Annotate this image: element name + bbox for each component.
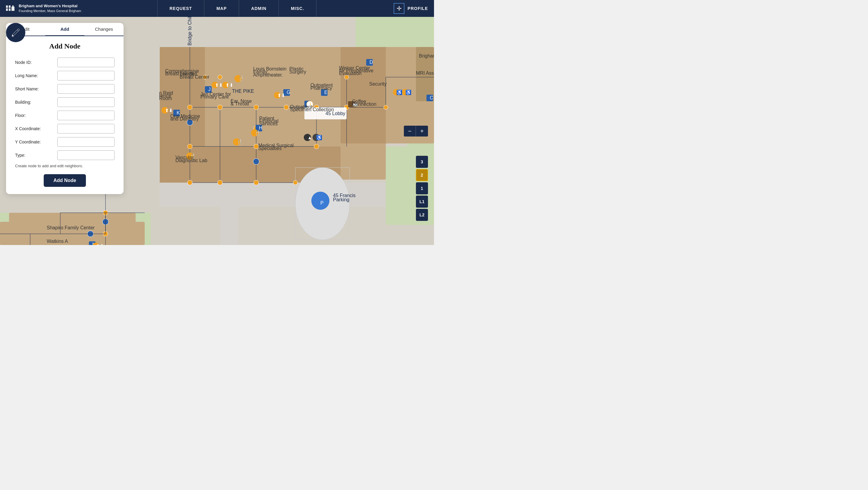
- floor-2-button[interactable]: 2: [416, 169, 428, 181]
- x-coord-input[interactable]: [57, 124, 115, 133]
- long-name-input[interactable]: [57, 71, 115, 81]
- svg-point-33: [187, 180, 192, 185]
- svg-text:Room: Room: [159, 96, 172, 101]
- svg-text:P: P: [320, 201, 324, 206]
- nav-request[interactable]: REQUEST: [157, 0, 205, 17]
- type-input[interactable]: [57, 150, 115, 160]
- floor-l2-button[interactable]: L2: [416, 209, 428, 221]
- floor-controls: 3 2 1 L1 L2: [416, 156, 428, 221]
- tab-add[interactable]: Add: [45, 23, 84, 36]
- short-name-row: Short Name:: [15, 84, 115, 94]
- svg-text:Security: Security: [369, 81, 387, 87]
- svg-text:Services: Services: [259, 121, 278, 126]
- svg-rect-3: [6, 8, 8, 11]
- building-label: Building:: [15, 100, 57, 104]
- svg-text:⬆⬇: ⬆⬇: [225, 83, 233, 88]
- svg-text:THE PIKE: THE PIKE: [232, 89, 254, 94]
- nav-misc[interactable]: MISC.: [279, 0, 316, 17]
- floor-3-button[interactable]: 3: [416, 156, 428, 168]
- svg-point-34: [218, 180, 222, 185]
- svg-text:⬆⬇: ⬆⬇: [215, 83, 223, 88]
- compass-icon: ✛: [394, 3, 404, 14]
- svg-text:G: G: [287, 90, 290, 95]
- svg-text:J: J: [208, 87, 211, 92]
- hospital-name: Brigham and Women's Hospital: [19, 4, 81, 9]
- svg-point-35: [254, 180, 258, 185]
- zoom-out-button[interactable]: −: [404, 126, 416, 136]
- floor-row: Floor:: [15, 111, 115, 120]
- svg-text:& Throat: & Throat: [230, 101, 249, 106]
- short-name-input[interactable]: [57, 84, 115, 94]
- svg-text:Shapiro Family Center: Shapiro Family Center: [47, 225, 95, 230]
- pencil-icon: [11, 28, 20, 37]
- short-name-label: Short Name:: [15, 87, 57, 91]
- panel-body: Add Node Node ID: Long Name: Short Name:…: [6, 42, 124, 194]
- node-id-label: Node ID:: [15, 60, 57, 65]
- svg-text:⬆⬇: ⬆⬇: [277, 93, 285, 98]
- x-coord-row: X Coordinate:: [15, 124, 115, 133]
- panel-title: Add Node: [15, 42, 115, 50]
- svg-text:Bridge to Children's: Bridge to Children's: [187, 17, 192, 45]
- svg-point-40: [218, 75, 222, 79]
- svg-point-45: [253, 158, 259, 164]
- svg-text:Specialties: Specialties: [258, 146, 281, 151]
- svg-text:Evaluation: Evaluation: [339, 71, 362, 76]
- svg-point-26: [254, 105, 258, 110]
- nav-map[interactable]: MAP: [204, 0, 239, 17]
- building-row: Building:: [15, 97, 115, 107]
- add-node-panel: Edit Add Changes Add Node Node ID: Long …: [6, 23, 124, 194]
- node-id-input[interactable]: [57, 58, 115, 67]
- svg-rect-4: [9, 8, 10, 11]
- svg-text:⬆⬇: ⬆⬇: [96, 244, 104, 245]
- svg-text:and Dentistry: and Dentistry: [170, 116, 198, 121]
- svg-point-30: [187, 144, 192, 149]
- svg-text:BrighamHealth: BrighamHealth: [419, 53, 434, 58]
- svg-text:Connection: Connection: [352, 101, 376, 107]
- svg-text:D: D: [370, 60, 373, 65]
- type-label: Type:: [15, 153, 57, 158]
- svg-point-24: [187, 105, 192, 110]
- zoom-in-button[interactable]: +: [416, 126, 428, 136]
- type-row: Type:: [15, 150, 115, 160]
- long-name-row: Long Name:: [15, 71, 115, 81]
- svg-text:Pharmacy: Pharmacy: [310, 86, 332, 91]
- svg-text:⬆⬇: ⬆⬇: [165, 108, 173, 113]
- svg-text:Parking: Parking: [333, 197, 349, 202]
- y-coord-input[interactable]: [57, 137, 115, 147]
- add-node-button[interactable]: Add Node: [44, 174, 86, 187]
- zoom-controls: − +: [404, 126, 428, 136]
- main-nav: REQUEST MAP ADMIN MISC.: [86, 0, 388, 17]
- node-id-row: Node ID:: [15, 58, 115, 67]
- hospital-logo: Brigham and Women's Hospital Founding Me…: [0, 3, 86, 14]
- floor-label: Floor:: [15, 113, 57, 118]
- svg-text:▲: ▲: [307, 135, 312, 140]
- floor-input[interactable]: [57, 111, 115, 120]
- svg-text:🍴: 🍴: [238, 75, 244, 81]
- svg-text:Diagnostic Lab: Diagnostic Lab: [176, 158, 207, 163]
- svg-text:🍴: 🍴: [255, 130, 261, 135]
- svg-rect-21: [220, 204, 238, 245]
- svg-text:Surgery: Surgery: [289, 69, 306, 74]
- svg-point-42: [384, 105, 388, 110]
- floor-1-button[interactable]: 1: [416, 182, 428, 194]
- building-input[interactable]: [57, 97, 115, 107]
- svg-rect-5: [11, 7, 14, 11]
- y-coord-label: Y Coordinate:: [15, 140, 57, 144]
- profile-section[interactable]: ✛ PROFILE: [388, 3, 434, 14]
- svg-rect-2: [9, 5, 10, 8]
- nav-admin[interactable]: ADMIN: [239, 0, 279, 17]
- svg-text:♿: ♿: [316, 135, 322, 141]
- tab-changes[interactable]: Changes: [84, 23, 124, 36]
- svg-text:♿: ♿: [396, 90, 402, 95]
- edit-pencil-button[interactable]: [6, 23, 25, 42]
- svg-point-31: [254, 144, 258, 149]
- long-name-label: Long Name:: [15, 73, 57, 78]
- svg-point-32: [314, 144, 319, 149]
- y-coord-row: Y Coordinate:: [15, 137, 115, 147]
- hospital-logo-icon: [5, 3, 16, 14]
- svg-rect-6: [12, 5, 13, 7]
- svg-point-25: [218, 105, 222, 110]
- floor-l1-button[interactable]: L1: [416, 195, 428, 208]
- svg-text:MRI Associates: MRI Associates: [416, 70, 434, 75]
- form-hint: Create node to add and edit neighbors.: [15, 164, 115, 168]
